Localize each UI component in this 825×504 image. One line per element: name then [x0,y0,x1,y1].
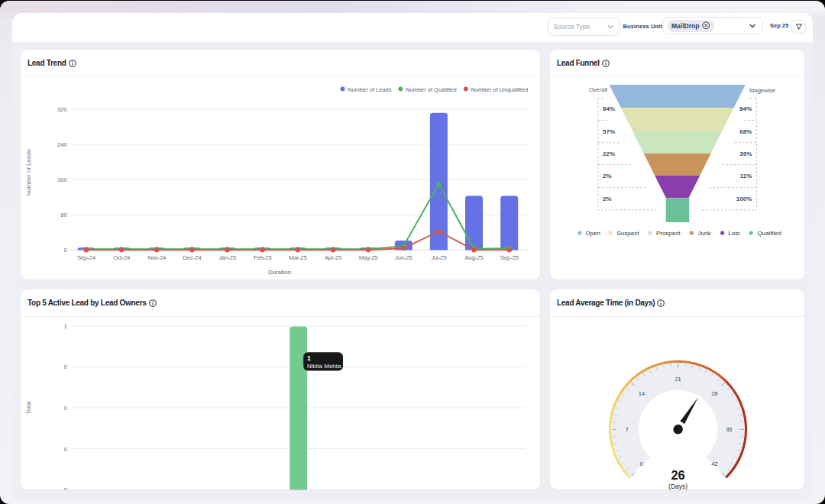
svg-text:Number of Unqualified: Number of Unqualified [471,86,529,93]
svg-text:Jan-25: Jan-25 [218,254,237,261]
svg-text:Stagewise: Stagewise [749,87,775,94]
svg-text:Apr-25: Apr-25 [325,254,342,261]
svg-text:Oct-24: Oct-24 [113,254,131,261]
svg-text:(Days): (Days) [668,483,688,490]
svg-text:1: 1 [307,354,311,362]
svg-text:42: 42 [711,460,717,467]
svg-text:Nov-24: Nov-24 [147,254,167,261]
svg-text:Number of Leads: Number of Leads [25,149,32,195]
svg-text:Open: Open [585,230,600,237]
svg-text:80: 80 [60,212,67,218]
svg-text:Sep-24: Sep-24 [77,254,96,261]
svg-text:7: 7 [626,426,629,433]
svg-text:Dec-24: Dec-24 [183,254,202,261]
svg-text:Suspect: Suspect [617,230,640,237]
svg-text:Total: Total [25,401,32,414]
svg-text:Junk: Junk [698,230,712,237]
svg-text:0: 0 [64,405,68,412]
svg-text:Sep-25: Sep-25 [500,254,519,261]
svg-text:2%: 2% [603,195,612,202]
svg-text:160: 160 [57,176,68,183]
svg-text:68%: 68% [739,128,752,135]
svg-text:0: 0 [64,446,68,453]
svg-text:Number of Qualified: Number of Qualified [406,86,457,93]
svg-text:May-25: May-25 [359,254,379,261]
svg-text:320: 320 [57,106,68,113]
svg-text:Aug-25: Aug-25 [465,254,484,261]
svg-text:0: 0 [640,460,643,467]
svg-text:Jul-25: Jul-25 [431,254,447,261]
svg-text:2%: 2% [603,173,612,179]
svg-text:Jun-25: Jun-25 [395,254,413,261]
svg-text:Number of Leads: Number of Leads [348,86,392,93]
svg-text:Prospect: Prospect [656,230,681,237]
svg-text:11%: 11% [740,173,752,179]
svg-text:22%: 22% [603,150,615,157]
svg-text:39%: 39% [739,150,752,157]
svg-text:Mar-25: Mar-25 [289,254,307,261]
svg-text:100%: 100% [736,195,752,202]
svg-text:Nikita Mehta: Nikita Mehta [307,363,341,370]
svg-text:57%: 57% [603,128,615,135]
svg-text:Lost: Lost [728,230,740,237]
svg-text:84%: 84% [603,105,615,112]
svg-text:26: 26 [671,468,684,482]
svg-text:Feb-25: Feb-25 [254,254,272,261]
svg-text:14: 14 [639,390,645,397]
svg-text:Duration: Duration [268,269,291,276]
svg-text:35: 35 [726,426,732,433]
svg-text:84%: 84% [739,105,752,112]
svg-text:28: 28 [711,390,717,397]
svg-text:0: 0 [64,247,68,254]
svg-text:21: 21 [675,376,681,383]
svg-text:0: 0 [64,363,68,370]
svg-text:Overall: Overall [589,86,607,93]
svg-text:Qualified: Qualified [757,230,781,237]
svg-text:240: 240 [57,141,68,148]
svg-text:0: 0 [64,486,68,490]
svg-text:1: 1 [64,323,68,330]
